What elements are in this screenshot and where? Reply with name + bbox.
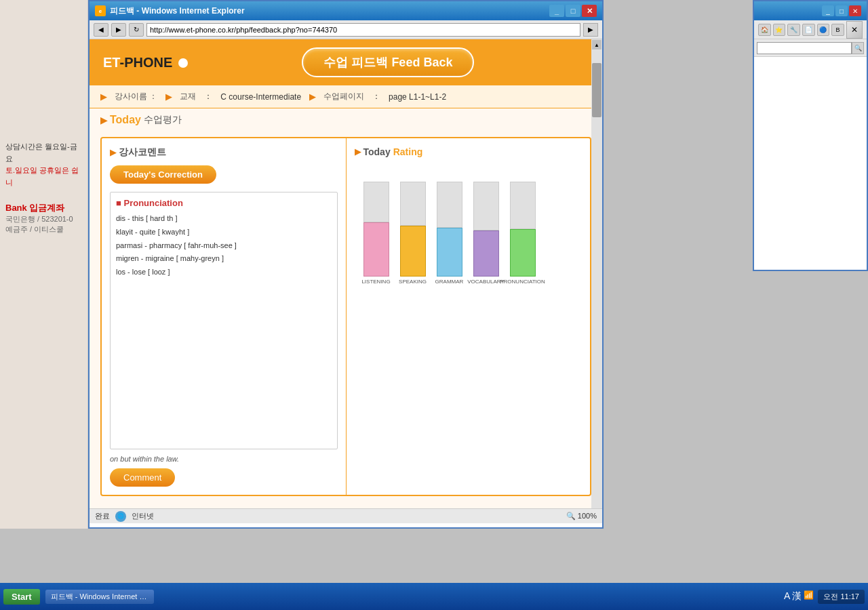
bar-label-listening: LISTENING	[361, 279, 390, 285]
scrollbar-up[interactable]: ▲	[592, 40, 601, 49]
ie2-close[interactable]: ✕	[849, 5, 861, 16]
consult-label: 상담시간은 월요일-금요	[5, 141, 82, 165]
network-icon: 🌐	[115, 511, 126, 522]
ie2-searchbar: 🔍	[754, 39, 867, 57]
refresh-button[interactable]: ↻	[129, 23, 144, 37]
bar-label-pronunciation: PRONUNCIATION	[500, 279, 545, 285]
pronunciation-item-2: klayit - quite [ kwayht ]	[116, 226, 332, 239]
pronunciation-item-5: los - lose [ looz ]	[116, 266, 332, 279]
pronunciation-item-4: migren - migraine [ mahy-greyn ]	[116, 252, 332, 266]
network-text: 인터넷	[132, 511, 154, 521]
ie2-minimize[interactable]: _	[822, 5, 834, 16]
info-bar: ▶ 강사이름 ： ▶ 교재 ： C course-Intermediate ▶ …	[90, 85, 602, 108]
bar-group-grammar: GRAMMAR	[433, 182, 466, 285]
system-tray: A 漢 📶	[784, 590, 814, 603]
panel-header-left: ▶ 강사코멘트	[110, 146, 338, 159]
ie2-search-input[interactable]	[757, 42, 852, 54]
bank-label: Bank 입금계좌	[5, 202, 82, 214]
comment-text: on but within the law.	[110, 455, 338, 463]
bank-owner: 예금주 / 이티스쿨	[5, 224, 82, 235]
go-button[interactable]: ▶	[583, 23, 598, 37]
pronunciation-box: Pronunciation dis - this [ hard th ] kla…	[110, 192, 338, 449]
today-word: Today	[110, 114, 141, 126]
status-text: 완료	[95, 511, 110, 521]
address-input[interactable]	[146, 23, 580, 37]
bar-label-vocabulary: VOCABULARY	[467, 279, 505, 285]
left-sidebar: 상담시간은 월요일-금요 토.일요일 공휴일은 쉽니 Bank 입금계좌 국민은…	[0, 0, 88, 529]
bar-top-grammar	[437, 182, 462, 228]
bank-name: 국민은행 / 523201-0	[5, 214, 82, 224]
eval-word: 수업평가	[144, 114, 182, 126]
toolbar-icon-5: 🔵	[817, 24, 830, 36]
pronunciation-item-1: dis - this [ hard th ]	[116, 212, 332, 226]
correction-button[interactable]: Today's Correction	[110, 165, 216, 184]
ie-titlebar2: _ □ ✕	[754, 1, 867, 20]
ie2-close-panel[interactable]: ✕	[846, 21, 863, 39]
left-panel: ▶ 강사코멘트 Today's Correction Pronunciation…	[102, 138, 347, 495]
bar-top-speaking	[400, 182, 426, 226]
today-section: ▶ Today 수업평가	[90, 108, 602, 131]
toolbar-icon-3: 🔧	[787, 24, 800, 36]
bar-bottom-vocabulary	[473, 230, 499, 277]
zoom-text: 🔍 100%	[566, 512, 597, 521]
taskbar-right: A 漢 📶 오전 11:17	[784, 590, 865, 604]
minimize-button[interactable]: _	[549, 5, 564, 17]
textbook-value: C course-Intermediate	[220, 92, 301, 102]
back-button[interactable]: ◀	[94, 23, 108, 37]
taskbar-clock: 오전 11:17	[818, 590, 865, 604]
taskbar: Start 피드백 - Windows Internet Explorer A …	[0, 583, 868, 610]
arrow-icon-1: ▶	[100, 92, 106, 102]
arrow-icon-2: ▶	[165, 92, 172, 102]
bar-bottom-grammar	[437, 228, 462, 277]
start-button[interactable]: Start	[3, 589, 40, 605]
ie2-maximize[interactable]: □	[835, 5, 848, 16]
rating-label: Rating	[393, 146, 423, 157]
maximize-button[interactable]: □	[566, 5, 580, 17]
bar-top-listening	[363, 182, 389, 222]
taskbar-ie-item[interactable]: 피드백 - Windows Internet Explorer	[45, 590, 154, 604]
bar-label-grammar: GRAMMAR	[435, 279, 464, 285]
ie-page-content: ET-PHONE 수업 피드백 Feed Back ▶ 강사이름 ： ▶ 교재 …	[90, 39, 602, 508]
left-panel-title: 강사코멘트	[119, 146, 166, 159]
ie-scrollbar[interactable]: ▲	[591, 39, 602, 508]
sidebar-consult: 상담시간은 월요일-금요 토.일요일 공휴일은 쉽니	[5, 141, 82, 188]
ie-titlebar: e 피드백 - Windows Internet Explorer _ □ ✕	[90, 1, 602, 20]
bar-bottom-speaking	[400, 226, 426, 277]
comment-button[interactable]: Comment	[110, 468, 175, 487]
ie-addressbar: ◀ ▶ ↻ ▶	[90, 20, 602, 39]
forward-button[interactable]: ▶	[111, 23, 126, 37]
ie2-buttons: _ □ ✕	[822, 5, 861, 16]
bar-group-listening: LISTENING	[360, 182, 393, 285]
main-content: ▶ 강사코멘트 Today's Correction Pronunciation…	[100, 137, 591, 496]
logo-circle	[178, 58, 188, 68]
pronunciation-title: Pronunciation	[116, 198, 332, 208]
ie-title: 피드백 - Windows Internet Explorer	[110, 5, 549, 17]
today-label: Today	[363, 146, 391, 157]
close-button[interactable]: ✕	[582, 5, 597, 17]
scrollbar-thumb[interactable]	[592, 63, 601, 117]
tray-icon-2: 漢	[792, 590, 802, 603]
ie-window: e 피드백 - Windows Internet Explorer _ □ ✕ …	[88, 0, 604, 529]
teacher-label: 강사이름 ：	[115, 91, 157, 102]
toolbar-icon-2: ⭐	[773, 24, 786, 36]
page-separator: ：	[372, 91, 380, 102]
ie-icon: e	[95, 5, 106, 16]
bar-bottom-listening	[363, 222, 389, 277]
page-content: ET-PHONE 수업 피드백 Feed Back ▶ 강사이름 ： ▶ 교재 …	[90, 39, 602, 508]
toolbar-icon-1: 🏠	[758, 24, 771, 36]
right-panel-arrow: ▶	[355, 147, 361, 157]
et-logo: ET-PHONE	[103, 55, 188, 70]
bar-top-vocabulary	[473, 182, 499, 230]
textbook-separator: ：	[204, 91, 212, 102]
bar-group-vocabulary: VOCABULARY	[470, 182, 502, 285]
search-button[interactable]: 🔍	[852, 42, 864, 54]
phone-text: PHONE	[124, 55, 172, 70]
today-title: ▶ Today 수업평가	[100, 114, 591, 126]
arrow-icon-3: ▶	[309, 92, 315, 102]
tray-icon-3: 📶	[804, 590, 814, 603]
left-panel-arrow: ▶	[110, 148, 116, 157]
bar-group-pronunciation: PRONUNCIATION	[507, 182, 539, 285]
today-rating-header: ▶ Today Rating	[355, 146, 583, 157]
ie-toolbar2: 🏠 ⭐ 🔧 📄 🔵 B ✕	[754, 20, 867, 39]
bar-top-pronunciation	[510, 182, 536, 229]
